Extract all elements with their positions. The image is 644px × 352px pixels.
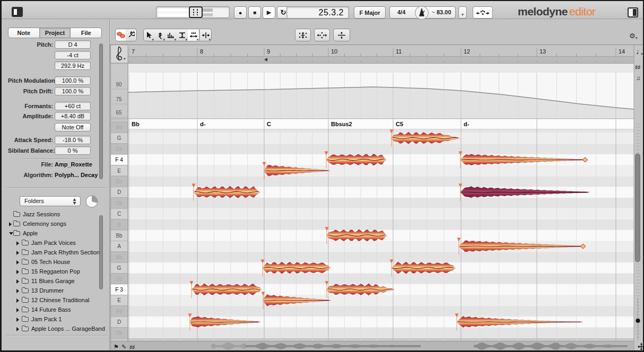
- piano-key-label: F 4: [115, 157, 123, 163]
- grid-row: [128, 252, 634, 262]
- pen-tool-icon[interactable]: ✎: [121, 344, 126, 350]
- right-strip: ♩▾♯♯♫: [634, 45, 644, 351]
- piano-key-label: Eb: [116, 179, 123, 184]
- piano-key-label: G: [117, 265, 121, 271]
- scale-sharps-button[interactable]: ♯♯: [635, 64, 640, 70]
- piano-key-label: F 3: [115, 287, 123, 293]
- marker-flag-icon[interactable]: ⚑: [114, 344, 119, 350]
- caret-down-icon: ▾: [124, 57, 126, 60]
- piano-key-label: D: [117, 189, 121, 195]
- chord-label[interactable]: C: [267, 121, 271, 127]
- chord-track[interactable]: Bbd-CBbsus2C5d-: [110, 119, 634, 130]
- bar-number: 10: [331, 48, 337, 55]
- piano-key-label: Db: [116, 200, 123, 206]
- tempo-scale-label: 65: [116, 110, 122, 116]
- vertical-scrollbar-thumb[interactable]: [636, 154, 640, 262]
- locator-strip[interactable]: [110, 57, 634, 64]
- grid-row: [128, 262, 634, 273]
- piano-key-label: G: [117, 135, 121, 141]
- grid-row: [128, 144, 634, 154]
- bar-number: 11: [396, 48, 402, 55]
- grid-row: [128, 219, 634, 230]
- bar-number: 9: [267, 48, 270, 55]
- piano-key-label: E: [117, 297, 121, 303]
- chord-display-button[interactable]: ♫: [636, 75, 640, 81]
- piano-key-label: Bb: [116, 233, 123, 239]
- tempo-scale-label: 90: [116, 82, 122, 87]
- piano-key-label: Eb: [116, 309, 123, 314]
- chord-label[interactable]: Bb: [132, 121, 140, 127]
- piano-key-label: Ab: [116, 254, 123, 260]
- tempo-lane[interactable]: 907565: [110, 64, 634, 119]
- grid-row: [128, 176, 634, 187]
- piano-key-label: A: [117, 243, 121, 249]
- vertical-zoom-handle[interactable]: [636, 319, 640, 323]
- grid-row: [128, 306, 634, 316]
- caret-down-icon: ▾: [641, 52, 643, 56]
- grid-row: [128, 328, 634, 338]
- grid-row: [128, 165, 634, 176]
- bar-number: 14: [619, 48, 625, 55]
- bar-number: 8: [200, 48, 203, 55]
- clef-scale-selector[interactable]: ▾: [110, 45, 128, 63]
- grid-row: [128, 208, 634, 219]
- piano-key-label: Gb: [116, 146, 123, 152]
- bar-number: 13: [539, 48, 546, 55]
- piano-key-label: B: [117, 222, 121, 228]
- piano-key-label: Gb: [116, 276, 123, 282]
- piano-key-label: D: [117, 319, 121, 325]
- note-editor[interactable]: 7891011121314▾907565Bbd-CBbsus2C5d-AbGGb…: [2, 1, 644, 352]
- bar-ruler[interactable]: 7891011121314: [110, 45, 634, 57]
- chord-label[interactable]: d-: [464, 121, 469, 127]
- chord-label[interactable]: C5: [396, 121, 403, 127]
- tempo-scale-label: 75: [116, 96, 122, 102]
- chord-label[interactable]: d-: [200, 121, 206, 127]
- piano-key-label: Db: [116, 330, 123, 336]
- grid-row: [128, 198, 634, 208]
- sharps-icon[interactable]: ♯♯: [129, 344, 135, 350]
- piano-key-label: E: [117, 168, 121, 174]
- melodyne-window: ● ■ ▶ ↻ 25.3.2 F Major 4/4 ~ 83.00 ▾ mel…: [0, 0, 644, 352]
- bar-number: 12: [464, 48, 470, 55]
- bottom-strip: ⚑✎♯♯: [110, 341, 634, 351]
- grid-row: [128, 274, 634, 284]
- piano-key-label: Ab: [116, 125, 123, 130]
- bar-number: 7: [132, 48, 135, 55]
- piano-key-label: C: [117, 211, 121, 217]
- chord-label[interactable]: Bbsus2: [331, 121, 352, 127]
- grid-row: [128, 295, 634, 305]
- piano-keys[interactable]: AbGGbF 4EEbDDbCBBbAAbGGbF 3EEbDDb: [110, 122, 128, 338]
- grid-row: [128, 133, 634, 143]
